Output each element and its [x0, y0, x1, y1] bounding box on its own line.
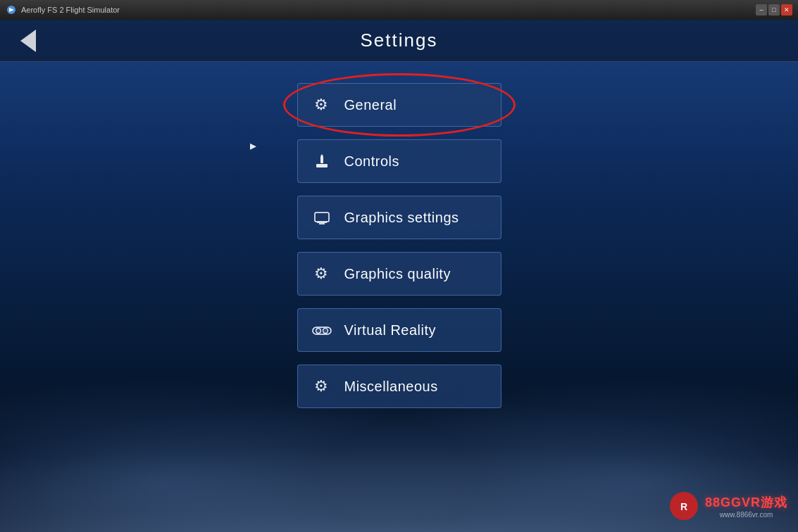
- svg-rect-6: [317, 222, 327, 223]
- watermark-logo-icon: R: [668, 490, 699, 521]
- virtual-reality-label: Virtual Reality: [344, 322, 437, 338]
- graphics-settings-label: Graphics settings: [344, 210, 459, 226]
- watermark-url: www.8866vr.com: [705, 511, 787, 519]
- window-controls: – □ ✕: [756, 4, 792, 15]
- svg-text:R: R: [680, 501, 687, 512]
- graphics-quality-button[interactable]: ⚙ Graphics quality: [297, 252, 501, 296]
- watermark: R 88GGVR游戏 www.8866vr.com: [668, 490, 787, 521]
- general-btn-wrapper: ⚙ General: [297, 83, 501, 127]
- virtual-reality-button[interactable]: Virtual Reality: [297, 308, 501, 352]
- miscellaneous-button[interactable]: ⚙ Miscellaneous: [297, 365, 501, 408]
- svg-rect-8: [313, 327, 331, 334]
- back-arrow-icon: [20, 30, 36, 52]
- settings-menu: ⚙ General Controls: [0, 62, 798, 408]
- page-title: Settings: [361, 30, 438, 51]
- svg-rect-3: [320, 156, 323, 163]
- svg-rect-2: [316, 164, 328, 167]
- controls-label: Controls: [344, 153, 399, 170]
- general-icon: ⚙: [312, 96, 332, 114]
- svg-marker-4: [320, 154, 323, 156]
- general-button[interactable]: ⚙ General: [297, 83, 501, 127]
- minimize-button[interactable]: –: [756, 4, 767, 15]
- watermark-brand: 88GGVR游戏: [705, 494, 787, 511]
- miscellaneous-icon: ⚙: [312, 377, 332, 395]
- graphics-quality-icon: ⚙: [312, 265, 332, 283]
- svg-rect-5: [315, 213, 329, 222]
- top-bar: Settings: [0, 20, 798, 62]
- controls-icon: [312, 152, 332, 170]
- app-background: Settings ▸ ⚙ General: [0, 20, 798, 532]
- vr-icon: [312, 321, 332, 339]
- title-bar: Aerofly FS 2 Flight Simulator – □ ✕: [0, 0, 798, 20]
- maximize-button[interactable]: □: [768, 4, 780, 15]
- graphics-settings-icon: [312, 208, 332, 227]
- svg-rect-7: [319, 223, 325, 224]
- graphics-quality-label: Graphics quality: [344, 266, 451, 282]
- svg-point-10: [323, 329, 328, 334]
- window-title: Aerofly FS 2 Flight Simulator: [21, 6, 120, 14]
- controls-button[interactable]: Controls: [297, 139, 501, 183]
- back-button[interactable]: [14, 27, 42, 55]
- svg-point-9: [316, 329, 320, 334]
- miscellaneous-label: Miscellaneous: [344, 379, 438, 395]
- close-button[interactable]: ✕: [781, 4, 792, 15]
- general-label: General: [344, 97, 397, 113]
- graphics-settings-button[interactable]: Graphics settings: [297, 196, 501, 239]
- app-icon: [6, 4, 17, 15]
